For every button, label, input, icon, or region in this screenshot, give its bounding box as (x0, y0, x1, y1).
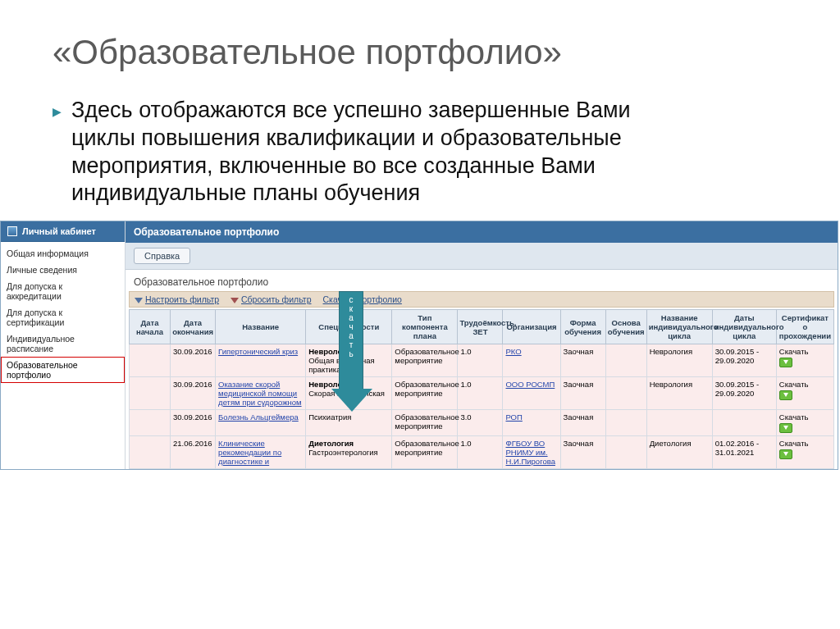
org-link[interactable]: ФГБОУ ВО РНИМУ им. Н.И.Пирогова (505, 439, 555, 466)
sidebar-item[interactable]: Общая информация (1, 245, 125, 262)
bullet-region: ▶ Здесь отображаются все успешно заверше… (52, 97, 788, 207)
funnel-icon (135, 298, 143, 303)
sidebar-item[interactable]: Индивидуальное расписание (1, 330, 125, 357)
org-link[interactable]: РКО (505, 347, 521, 356)
column-header[interactable]: Организация (503, 310, 560, 344)
portfolio-table: Дата началаДата окончанияНазваниеСпециал… (129, 309, 834, 469)
main-header: Образовательное портфолио (126, 221, 838, 243)
course-link[interactable]: Клинические рекомендации по диагностике … (218, 439, 281, 466)
filter-configure[interactable]: Настроить фильтр (135, 294, 219, 304)
download-cert-button[interactable] (779, 423, 792, 433)
org-link[interactable]: РОП (505, 412, 522, 422)
filter-reset[interactable]: Сбросить фильтр (231, 294, 311, 304)
section-label: Образовательное портфолио (126, 270, 838, 291)
column-header[interactable]: Трудоёмкость, ЗЕТ (458, 310, 503, 344)
column-header[interactable]: Сертификат о прохождении (776, 310, 833, 344)
column-header[interactable]: Специальности (306, 310, 392, 344)
column-header[interactable]: Форма обучения (560, 310, 605, 344)
help-button[interactable]: Справка (134, 248, 190, 264)
toolbar: Справка (126, 243, 838, 270)
sidebar-item[interactable]: Для допуска к сертификации (1, 304, 125, 330)
sidebar: Личный кабинет Общая информацияЛичные св… (1, 221, 126, 469)
column-header[interactable]: Название индивидуального цикла (646, 310, 712, 344)
course-link[interactable]: Гипертонический криз (218, 347, 298, 356)
column-header[interactable]: Название (216, 310, 306, 344)
table-row: 21.06.2016Клинические рекомендации по ди… (130, 436, 834, 469)
download-cert-button[interactable] (779, 449, 792, 459)
column-header[interactable]: Тип компонента плана (392, 310, 458, 344)
filter-bar: Настроить фильтр Сбросить фильтр Скачать… (129, 291, 834, 308)
sidebar-header: Личный кабинет (1, 221, 125, 242)
funnel-reset-icon (231, 298, 239, 303)
download-portfolio-link[interactable]: Скачать портфолио (323, 294, 402, 304)
slide-title: «Образовательное портфолио» (52, 33, 840, 72)
table-row: 30.09.2016Болезнь АльцгеймераПсихиатрияО… (130, 410, 834, 436)
app-screenshot: Личный кабинет Общая информацияЛичные св… (0, 221, 838, 470)
download-cert-button[interactable] (779, 390, 792, 400)
download-cert-button[interactable] (779, 358, 792, 367)
column-header[interactable]: Основа обучения (605, 310, 646, 344)
sidebar-item[interactable]: Для допуска к аккредитации (1, 278, 125, 304)
table-row: 30.09.2016Оказание скорой медицинской по… (130, 377, 834, 410)
course-link[interactable]: Болезнь Альцгеймера (218, 412, 299, 422)
sidebar-item[interactable]: Образовательное портфолио (1, 357, 125, 383)
org-link[interactable]: ООО РОСМП (505, 380, 555, 389)
cabinet-icon (7, 226, 17, 236)
column-header[interactable]: Дата окончания (171, 310, 216, 344)
bullet-text: Здесь отображаются все успешно завершенн… (71, 97, 695, 207)
table-row: 30.09.2016Гипертонический кризНеврология… (130, 344, 834, 377)
sidebar-item[interactable]: Личные сведения (1, 262, 125, 278)
main-panel: Образовательное портфолио Справка Образо… (126, 221, 838, 469)
column-header[interactable]: Даты индивидуального цикла (712, 310, 776, 344)
bullet-marker-icon: ▶ (52, 105, 62, 118)
course-link[interactable]: Оказание скорой медицинской помощи детям… (218, 380, 301, 407)
column-header[interactable]: Дата начала (130, 310, 171, 344)
